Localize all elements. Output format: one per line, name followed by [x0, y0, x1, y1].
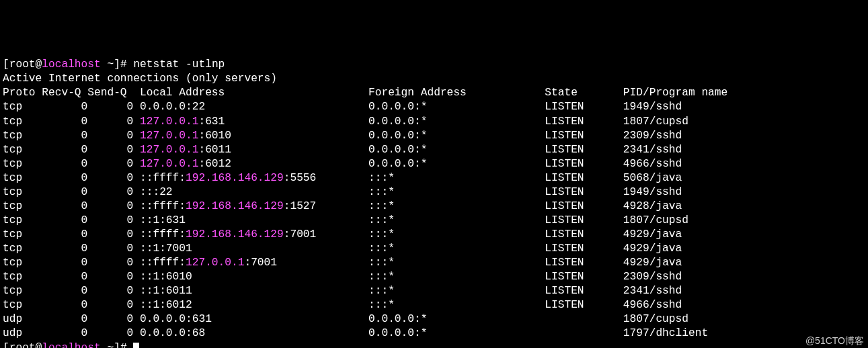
- prompt-user: root: [9, 342, 36, 349]
- ip-address: 127.0.0.1: [140, 130, 198, 142]
- table-row: tcp 0 0 127.0.0.1:631 0.0.0.0:* LISTEN 1…: [3, 115, 865, 129]
- table-row: tcp 0 0 ::ffff:192.168.146.129:7001 :::*…: [3, 228, 865, 242]
- command-line: [root@localhost ~]# netstat -utlnp: [3, 58, 865, 72]
- table-row: tcp 0 0 ::ffff:192.168.146.129:1527 :::*…: [3, 200, 865, 214]
- output-subheader: Active Internet connections (only server…: [3, 72, 865, 86]
- ip-address: 127.0.0.1: [140, 144, 198, 156]
- table-row: udp 0 0 0.0.0.0:631 0.0.0.0:* 1807/cupsd: [3, 312, 865, 327]
- table-row: tcp 0 0 127.0.0.1:6010 0.0.0.0:* LISTEN …: [3, 129, 865, 143]
- ip-address: 127.0.0.1: [140, 158, 198, 170]
- table-row: tcp 0 0 127.0.0.1:6012 0.0.0.0:* LISTEN …: [3, 157, 865, 171]
- ip-address: 127.0.0.1: [186, 257, 244, 269]
- prompt: [root@localhost ~]#: [3, 342, 133, 349]
- watermark: @51CTO博客: [805, 335, 864, 347]
- prompt: [root@localhost ~]#: [3, 58, 133, 71]
- ip-address: 192.168.146.129: [186, 228, 284, 241]
- ip-address: 192.168.146.129: [186, 200, 284, 212]
- terminal-output[interactable]: [root@localhost ~]# netstat -utlnpActive…: [3, 58, 865, 348]
- prompt-user: root: [9, 58, 36, 71]
- table-row: tcp 0 0 0.0.0.0:22 0.0.0.0:* LISTEN 1949…: [3, 100, 865, 114]
- table-row: tcp 0 0 ::1:6012 :::* LISTEN 4966/sshd: [3, 298, 865, 312]
- table-row: tcp 0 0 ::1:631 :::* LISTEN 1807/cupsd: [3, 214, 865, 228]
- table-row: tcp 0 0 ::ffff:192.168.146.129:5556 :::*…: [3, 171, 865, 185]
- table-row: tcp 0 0 :::22 :::* LISTEN 1949/sshd: [3, 185, 865, 200]
- ip-address: 127.0.0.1: [140, 116, 198, 128]
- table-header: Proto Recv-Q Send-Q Local Address Foreig…: [3, 86, 865, 100]
- table-row: tcp 0 0 127.0.0.1:6011 0.0.0.0:* LISTEN …: [3, 143, 865, 157]
- table-row: tcp 0 0 ::ffff:127.0.0.1:7001 :::* LISTE…: [3, 256, 865, 270]
- prompt-line[interactable]: [root@localhost ~]#: [3, 341, 865, 349]
- prompt-host: localhost: [42, 58, 100, 71]
- prompt-host: localhost: [42, 342, 100, 349]
- table-row: tcp 0 0 ::1:6010 :::* LISTEN 2309/sshd: [3, 270, 865, 284]
- command: netstat -utlnp: [133, 58, 225, 71]
- table-row: tcp 0 0 ::1:6011 :::* LISTEN 2341/sshd: [3, 284, 865, 298]
- cursor: [133, 343, 139, 349]
- ip-address: 192.168.146.129: [186, 172, 284, 184]
- table-row: udp 0 0 0.0.0.0:68 0.0.0.0:* 1797/dhclie…: [3, 327, 865, 341]
- table-row: tcp 0 0 ::1:7001 :::* LISTEN 4929/java: [3, 242, 865, 256]
